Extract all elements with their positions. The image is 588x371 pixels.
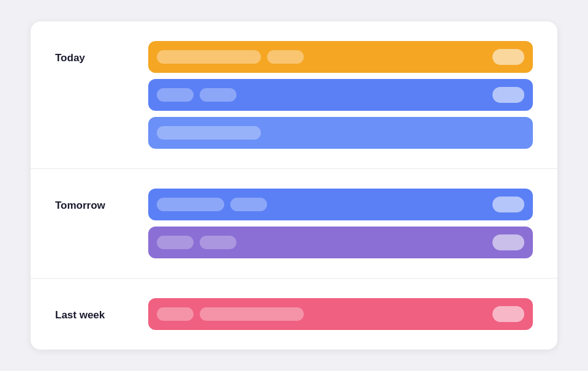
pill-tomorrow-2-2 [200, 236, 236, 249]
section-label-today: Today [55, 41, 129, 64]
pill-today-1-right [492, 49, 524, 65]
today-row-2[interactable] [148, 79, 533, 111]
section-today: Today [31, 21, 557, 169]
pill-lastweek-1-1 [157, 307, 194, 321]
pill-today-3-1 [157, 126, 261, 140]
section-last-week: Last week [31, 279, 557, 350]
pill-lastweek-1-2 [200, 307, 304, 321]
tomorrow-rows [148, 189, 533, 258]
pill-tomorrow-2-1 [157, 236, 194, 249]
pill-tomorrow-1-2 [230, 198, 267, 211]
main-card: Today Tomorrow [31, 21, 557, 350]
today-rows [148, 41, 533, 149]
section-tomorrow: Tomorrow [31, 169, 557, 279]
last-week-row-1[interactable] [148, 298, 533, 330]
section-label-last-week: Last week [55, 298, 129, 321]
section-label-tomorrow: Tomorrow [55, 189, 129, 212]
pill-tomorrow-2-right [492, 234, 524, 250]
pill-today-1-2 [267, 50, 304, 64]
pill-today-1-1 [157, 50, 261, 64]
last-week-rows [148, 298, 533, 330]
today-row-1[interactable] [148, 41, 533, 73]
pill-today-2-2 [200, 88, 236, 102]
today-row-3[interactable] [148, 117, 533, 149]
pill-tomorrow-1-1 [157, 198, 224, 211]
tomorrow-row-1[interactable] [148, 189, 533, 220]
pill-tomorrow-1-right [492, 197, 524, 212]
tomorrow-row-2[interactable] [148, 227, 533, 258]
pill-lastweek-1-right [492, 306, 524, 322]
pill-today-2-1 [157, 88, 194, 102]
pill-today-2-right [492, 87, 524, 103]
